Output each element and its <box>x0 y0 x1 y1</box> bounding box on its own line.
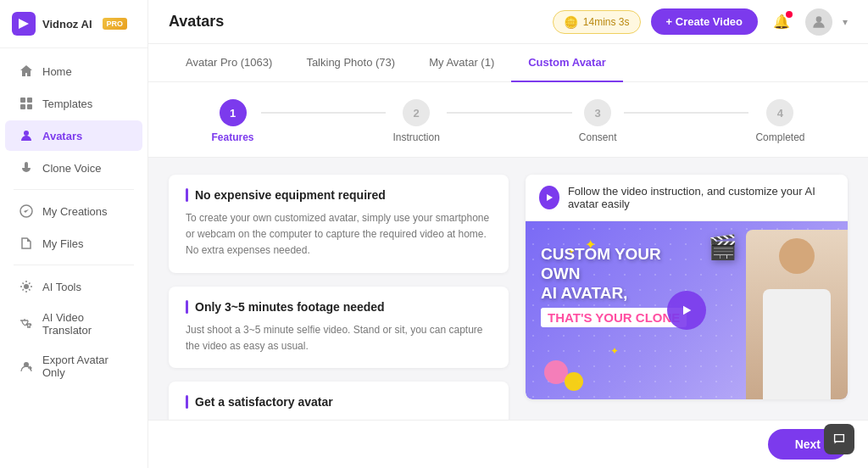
sidebar-label-my-creations: My Creations <box>42 205 108 218</box>
svg-point-11 <box>816 16 822 22</box>
svg-rect-5 <box>27 104 32 109</box>
svg-rect-4 <box>20 104 25 109</box>
star-3: ✦ <box>610 345 619 357</box>
sidebar-label-my-files: My Files <box>42 237 83 250</box>
sidebar-label-ai-tools: AI Tools <box>42 281 81 293</box>
step-3: 3 Consent <box>579 99 617 143</box>
sidebar-item-templates[interactable]: Templates <box>5 88 142 119</box>
sidebar-divider-2 <box>14 265 134 265</box>
time-label: 14mins 3s <box>583 16 630 28</box>
video-text-overlay: CUSTOM YOUR OWNAI AVATAR, THAT'S YOUR CL… <box>541 245 687 327</box>
files-icon <box>19 236 34 251</box>
main-area: Avatars 🪙 14mins 3s + Create Video 🔔 ▾ A… <box>148 0 868 468</box>
header: Avatars 🪙 14mins 3s + Create Video 🔔 ▾ <box>148 0 868 44</box>
sidebar-label-export-avatar: Export Avatar Only <box>42 354 129 379</box>
sidebar-item-my-files[interactable]: My Files <box>5 228 142 259</box>
user-avatar-button[interactable] <box>805 8 832 36</box>
sidebar-label-templates: Templates <box>42 98 92 110</box>
feature-card-0: No expensive equipment required To creat… <box>169 175 509 273</box>
logo-area: Vidnoz AI PRO <box>0 0 147 48</box>
video-play-icon <box>539 186 559 209</box>
home-icon <box>19 64 34 79</box>
sidebar-label-clone-voice: Clone Voice <box>42 162 101 175</box>
export-icon <box>19 359 34 374</box>
video-instruction-header: Follow the video instruction, and custom… <box>526 175 848 221</box>
svg-point-9 <box>24 284 29 289</box>
step-1-label: Features <box>212 131 254 143</box>
step-3-circle: 3 <box>584 99 611 126</box>
user-icon <box>810 14 827 31</box>
sidebar-item-export-avatar[interactable]: Export Avatar Only <box>5 346 142 387</box>
person-head <box>779 238 815 274</box>
templates-icon <box>19 96 34 111</box>
sidebar: Vidnoz AI PRO Home Templates Avatars <box>0 0 148 468</box>
chevron-down-icon: ▾ <box>843 16 848 28</box>
avatar-tabs: Avatar Pro (1063) Talking Photo (73) My … <box>148 44 868 82</box>
avatars-icon <box>19 128 34 143</box>
step-2: 2 Instruction <box>392 99 439 143</box>
svg-rect-3 <box>27 98 32 103</box>
sidebar-label-home: Home <box>42 65 72 78</box>
steps-container: 1 Features 2 Instruction 3 Consent <box>148 82 868 158</box>
vidnoz-logo <box>12 12 36 36</box>
feature-desc-0: To create your own customized avatar, si… <box>186 210 492 259</box>
ai-tools-icon <box>19 279 34 294</box>
tab-avatar-pro[interactable]: Avatar Pro (1063) <box>169 44 289 82</box>
step-line-1 <box>261 112 387 114</box>
step-4: 4 Completed <box>755 99 804 143</box>
person-body <box>763 289 831 399</box>
feature-title-0: No expensive equipment required <box>186 188 492 202</box>
help-button[interactable] <box>824 424 854 454</box>
camera-decoration: 🎬 <box>708 233 737 261</box>
logo-text: Vidnoz AI <box>42 18 92 31</box>
svg-marker-12 <box>547 194 553 201</box>
feature-desc-1: Just shoot a 3~5 minute selfie video. St… <box>186 322 492 354</box>
video-clone-text: THAT'S YOUR CLONE <box>541 308 687 327</box>
tab-talking-photo[interactable]: Talking Photo (73) <box>289 44 412 82</box>
step-1: 1 Features <box>212 99 254 143</box>
sidebar-item-my-creations[interactable]: My Creations <box>5 196 142 226</box>
video-thumbnail[interactable]: 🎬 ✦ ✦ ✦ CUSTOM YOUR OWNAI AVATAR, THAT'S… <box>526 221 848 399</box>
clone-voice-icon <box>19 160 34 176</box>
creations-icon <box>19 203 34 219</box>
sidebar-item-avatars[interactable]: Avatars <box>5 120 142 151</box>
sidebar-nav: Home Templates Avatars Clone Voice <box>0 48 147 394</box>
feature-card-2: Get a satisfactory avatar Upload your vi… <box>169 382 509 420</box>
step-2-label: Instruction <box>392 131 439 143</box>
feature-accent-1 <box>186 300 188 314</box>
sidebar-label-ai-video-translator: AI Video Translator <box>42 311 129 337</box>
tab-my-avatar[interactable]: My Avatar (1) <box>412 44 511 82</box>
sidebar-item-ai-video-translator[interactable]: AI Video Translator <box>5 304 142 344</box>
svg-marker-13 <box>683 306 691 315</box>
step-1-circle: 1 <box>220 99 247 126</box>
page-title: Avatars <box>169 13 224 31</box>
steps: 1 Features 2 Instruction 3 Consent <box>212 99 805 143</box>
time-badge: 🪙 14mins 3s <box>553 10 641 34</box>
notification-button[interactable]: 🔔 <box>768 8 795 36</box>
notification-dot <box>786 11 793 18</box>
video-main-text: CUSTOM YOUR OWNAI AVATAR, <box>541 245 676 303</box>
feature-accent-0 <box>186 188 188 202</box>
sidebar-item-home[interactable]: Home <box>5 56 142 86</box>
video-instruction-text: Follow the video instruction, and custom… <box>568 185 834 210</box>
step-4-label: Completed <box>755 131 804 143</box>
video-panel: Follow the video instruction, and custom… <box>526 175 848 403</box>
step-3-label: Consent <box>579 131 617 143</box>
pro-badge: PRO <box>103 18 128 30</box>
step-4-circle: 4 <box>766 99 793 126</box>
translator-icon <box>19 316 34 332</box>
sidebar-item-clone-voice[interactable]: Clone Voice <box>5 153 142 183</box>
video-play-button[interactable] <box>667 291 706 330</box>
feature-title-2: Get a satisfactory avatar <box>186 395 492 409</box>
bottom-bar: Next <box>148 420 868 468</box>
step-line-3 <box>624 112 749 114</box>
header-actions: 🪙 14mins 3s + Create Video 🔔 ▾ <box>553 8 848 36</box>
svg-rect-2 <box>20 98 25 103</box>
feature-card-1: Only 3~5 minutes footage needed Just sho… <box>169 287 509 368</box>
create-video-button[interactable]: + Create Video <box>651 8 758 35</box>
tab-custom-avatar[interactable]: Custom Avatar <box>511 44 623 82</box>
sidebar-label-avatars: Avatars <box>42 130 82 142</box>
svg-rect-7 <box>25 162 28 169</box>
sidebar-item-ai-tools[interactable]: AI Tools <box>5 271 142 302</box>
inner-content: No expensive equipment required To creat… <box>148 158 868 420</box>
